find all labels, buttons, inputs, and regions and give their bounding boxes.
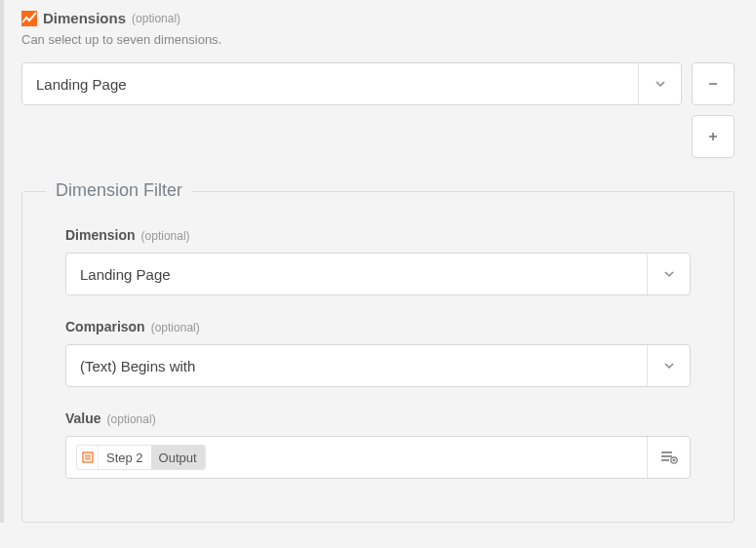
dimension-filter-legend: Dimension Filter	[46, 180, 192, 201]
filter-dimension-select[interactable]: Landing Page	[65, 253, 691, 295]
filter-dimension-toggle[interactable]	[647, 254, 690, 294]
filter-comparison-label: Comparison (optional)	[65, 319, 691, 334]
analytics-icon	[21, 11, 37, 26]
dimensions-header: Dimensions (optional)	[21, 10, 735, 26]
plus-icon	[707, 131, 719, 142]
filter-value-label: Value (optional)	[65, 411, 691, 426]
filter-dimension-label: Dimension (optional)	[65, 227, 691, 243]
filter-dimension-value: Landing Page	[66, 254, 647, 294]
filter-comparison-optional: (optional)	[151, 321, 200, 334]
filter-dimension-label-text: Dimension	[65, 227, 136, 243]
list-add-icon	[660, 450, 678, 465]
chevron-down-icon	[663, 268, 675, 280]
dimensions-optional: (optional)	[132, 12, 180, 25]
filter-dimension-optional: (optional)	[141, 229, 190, 243]
minus-icon	[707, 78, 719, 90]
filter-value-optional: (optional)	[107, 412, 156, 426]
chevron-down-icon	[655, 78, 666, 90]
filter-comparison-label-text: Comparison	[65, 319, 145, 334]
filter-comparison-select[interactable]: (Text) Begins with	[65, 344, 691, 387]
filter-value-input[interactable]: Step 2 Output	[65, 436, 691, 479]
dimensions-select[interactable]: Landing Page	[21, 62, 682, 105]
filter-comparison-value: (Text) Begins with	[66, 345, 647, 386]
value-pill[interactable]: Step 2 Output	[76, 445, 206, 470]
remove-dimension-button[interactable]	[692, 62, 735, 105]
dimensions-title: Dimensions	[43, 10, 126, 26]
value-pill-sub: Output	[151, 446, 205, 469]
dimension-filter-fieldset: Dimension Filter Dimension (optional) La…	[21, 191, 735, 523]
chevron-down-icon	[663, 360, 675, 372]
filter-value-label-text: Value	[65, 411, 101, 426]
dimensions-helper: Can select up to seven dimensions.	[21, 32, 735, 47]
dimensions-select-value: Landing Page	[22, 63, 638, 104]
filter-comparison-toggle[interactable]	[647, 345, 690, 386]
value-insert-button[interactable]	[647, 437, 690, 478]
step-icon	[77, 446, 99, 469]
dimensions-select-toggle[interactable]	[638, 63, 681, 104]
value-pill-main: Step 2	[99, 446, 151, 469]
add-dimension-button[interactable]	[692, 115, 735, 158]
